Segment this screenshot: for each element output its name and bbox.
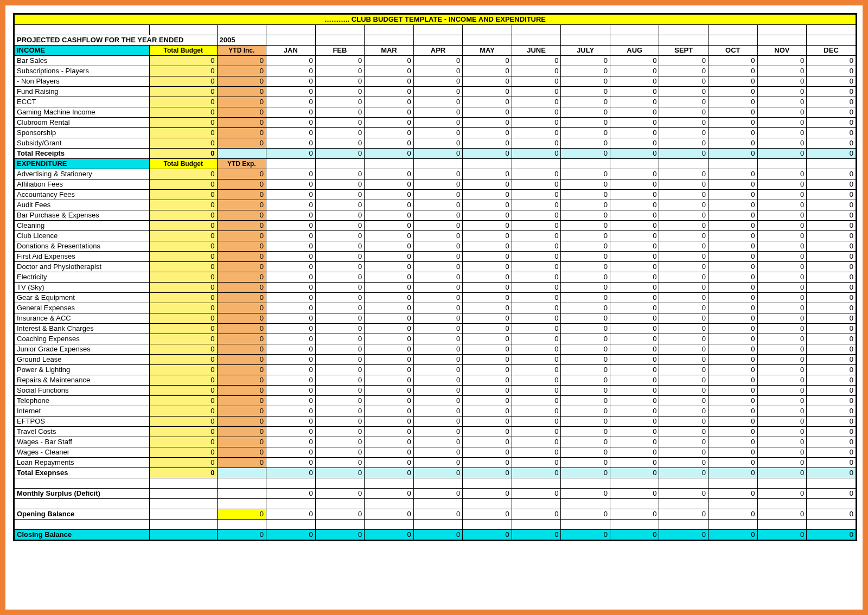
cell-month[interactable]: 0 (709, 66, 758, 76)
cell[interactable]: 0 (659, 149, 709, 159)
cell-month[interactable]: 0 (266, 66, 316, 76)
cell[interactable]: 0 (757, 489, 807, 499)
cell[interactable]: 0 (512, 489, 561, 499)
cell-month[interactable]: 0 (413, 375, 463, 386)
cell-month[interactable]: 0 (610, 417, 659, 427)
cell-month[interactable]: 0 (512, 210, 561, 221)
cell-month[interactable]: 0 (512, 437, 561, 447)
cell-month[interactable]: 0 (512, 56, 561, 66)
cell-month[interactable]: 0 (807, 355, 856, 365)
cell-total-budget[interactable]: 0 (150, 427, 218, 437)
cell-month[interactable]: 0 (413, 231, 463, 241)
cell-month[interactable]: 0 (512, 221, 561, 231)
cell-month[interactable]: 0 (610, 128, 659, 138)
cell[interactable]: 0 (807, 530, 856, 540)
cell-month[interactable]: 0 (266, 417, 316, 427)
cell-month[interactable]: 0 (463, 231, 512, 241)
cell-month[interactable]: 0 (610, 324, 659, 334)
cell-month[interactable]: 0 (610, 231, 659, 241)
cell-month[interactable]: 0 (561, 97, 610, 107)
cell-month[interactable]: 0 (659, 200, 709, 210)
cell-month[interactable]: 0 (413, 107, 463, 118)
cell-month[interactable]: 0 (757, 200, 807, 210)
cell-month[interactable]: 0 (659, 272, 709, 283)
cell-month[interactable]: 0 (315, 334, 365, 344)
cell-month[interactable]: 0 (709, 87, 758, 97)
cell-month[interactable]: 0 (610, 447, 659, 458)
cell-ytd[interactable]: 0 (217, 221, 266, 231)
cell-month[interactable]: 0 (266, 252, 316, 262)
cell-month[interactable]: 0 (610, 87, 659, 97)
cell-ytd[interactable]: 0 (217, 303, 266, 313)
cell-month[interactable]: 0 (463, 221, 512, 231)
cell-month[interactable]: 0 (561, 375, 610, 386)
cell-month[interactable]: 0 (709, 169, 758, 180)
cell-month[interactable]: 0 (807, 66, 856, 76)
cell-month[interactable]: 0 (413, 293, 463, 303)
cell-month[interactable]: 0 (315, 107, 365, 118)
cell-month[interactable]: 0 (757, 97, 807, 107)
cell[interactable]: 0 (757, 509, 807, 520)
cell-month[interactable]: 0 (610, 458, 659, 468)
cell-month[interactable]: 0 (807, 210, 856, 221)
cell-month[interactable]: 0 (561, 190, 610, 200)
cell-month[interactable]: 0 (266, 437, 316, 447)
cell-month[interactable]: 0 (413, 87, 463, 97)
cell-month[interactable]: 0 (512, 355, 561, 365)
cell-total-budget[interactable]: 0 (150, 231, 218, 241)
cell-total-budget[interactable]: 0 (150, 324, 218, 334)
cell-month[interactable]: 0 (709, 355, 758, 365)
cell-month[interactable]: 0 (807, 458, 856, 468)
cell-month[interactable]: 0 (463, 97, 512, 107)
cell-month[interactable]: 0 (365, 221, 414, 231)
cell-total-budget[interactable]: 0 (150, 210, 218, 221)
cell[interactable]: 0 (757, 468, 807, 478)
cell-month[interactable]: 0 (266, 210, 316, 221)
cell-month[interactable]: 0 (266, 406, 316, 417)
cell-month[interactable]: 0 (413, 396, 463, 406)
cell-month[interactable]: 0 (807, 87, 856, 97)
cell-month[interactable]: 0 (315, 221, 365, 231)
cell-month[interactable]: 0 (413, 334, 463, 344)
cell-ytd[interactable]: 0 (217, 427, 266, 437)
cell-ytd[interactable]: 0 (217, 138, 266, 149)
cell-month[interactable]: 0 (512, 180, 561, 190)
cell-month[interactable]: 0 (266, 355, 316, 365)
cell-month[interactable]: 0 (365, 313, 414, 324)
cell[interactable]: 0 (266, 489, 316, 499)
cell-total-budget[interactable]: 0 (150, 138, 218, 149)
cell-month[interactable]: 0 (561, 458, 610, 468)
cell-month[interactable]: 0 (709, 313, 758, 324)
cell-month[interactable]: 0 (807, 56, 856, 66)
cell-month[interactable]: 0 (807, 334, 856, 344)
cell-ytd[interactable]: 0 (217, 355, 266, 365)
cell-month[interactable]: 0 (757, 56, 807, 66)
cell-month[interactable]: 0 (463, 66, 512, 76)
cell[interactable]: 0 (463, 149, 512, 159)
cell-month[interactable]: 0 (807, 386, 856, 396)
cell-month[interactable]: 0 (757, 447, 807, 458)
cell-month[interactable]: 0 (807, 293, 856, 303)
cell-month[interactable]: 0 (413, 447, 463, 458)
cell-month[interactable]: 0 (807, 138, 856, 149)
cell-month[interactable]: 0 (413, 262, 463, 272)
cell-month[interactable]: 0 (807, 221, 856, 231)
cell-month[interactable]: 0 (512, 293, 561, 303)
cell-month[interactable]: 0 (610, 190, 659, 200)
cell-month[interactable]: 0 (365, 118, 414, 128)
cell[interactable]: 0 (807, 149, 856, 159)
cell-month[interactable]: 0 (610, 221, 659, 231)
cell-month[interactable]: 0 (561, 427, 610, 437)
cell-total-budget[interactable]: 0 (150, 417, 218, 427)
cell[interactable]: 0 (807, 509, 856, 520)
cell-month[interactable]: 0 (315, 272, 365, 283)
cell-month[interactable]: 0 (365, 458, 414, 468)
cell-month[interactable]: 0 (463, 458, 512, 468)
cell-month[interactable]: 0 (413, 210, 463, 221)
cell[interactable]: 0 (463, 468, 512, 478)
cell-month[interactable]: 0 (413, 406, 463, 417)
cell-month[interactable]: 0 (413, 344, 463, 355)
cell-month[interactable]: 0 (659, 334, 709, 344)
cell-month[interactable]: 0 (659, 447, 709, 458)
cell-ytd[interactable]: 0 (217, 118, 266, 128)
